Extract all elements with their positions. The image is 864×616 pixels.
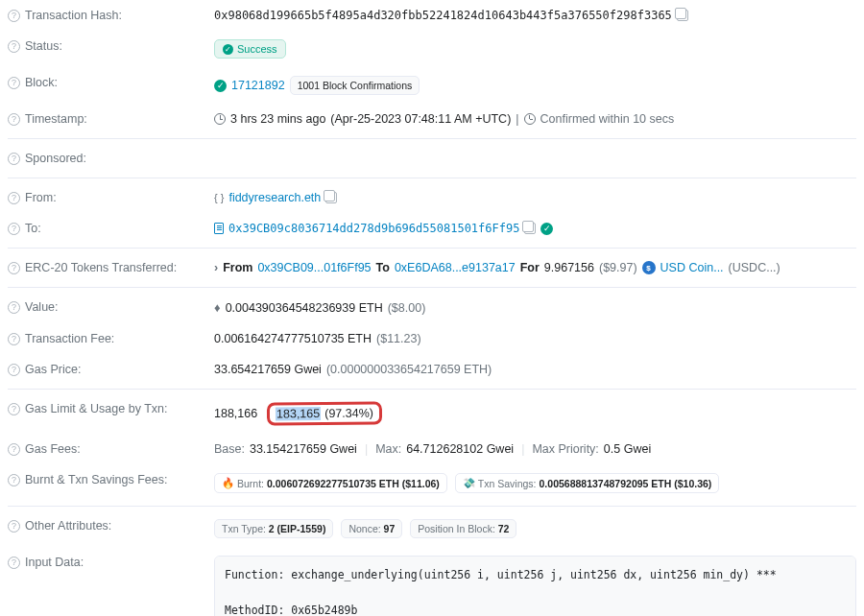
nonce-badge: Nonce: 97 [341, 519, 402, 538]
help-icon[interactable] [8, 153, 20, 165]
gaslimit-value: 188,166 [214, 407, 257, 420]
label-from: From: [25, 191, 57, 204]
label-to: To: [25, 222, 41, 235]
label-value: Value: [25, 300, 59, 314]
gasprice-eth: (0.000000033654217659 ETH) [326, 363, 492, 376]
from-link[interactable]: fiddyresearch.eth [228, 191, 321, 204]
label-otherattr: Other Attributes: [25, 519, 111, 533]
row-gasprice: Gas Price: 33.654217659 Gwei (0.00000003… [8, 354, 856, 385]
row-timestamp: Timestamp: 3 hrs 23 mins ago (Apr-25-202… [8, 104, 856, 134]
contract-icon [214, 223, 224, 234]
copy-icon[interactable] [325, 192, 337, 203]
label-txfee: Transaction Fee: [25, 332, 114, 345]
clock-icon [214, 113, 226, 125]
timestamp-full: (Apr-25-2023 07:48:11 AM +UTC) [330, 112, 511, 126]
confirmations-badge: 1001 Block Confirmations [290, 76, 420, 95]
gasprice-gwei: 33.654217659 Gwei [214, 363, 322, 376]
gasfees-base: 33.154217659 Gwei [250, 442, 357, 456]
timestamp-confirmed: Confirmed within 10 secs [540, 112, 675, 126]
value-eth: 0.004390364548236939 ETH [226, 301, 383, 315]
fire-icon: 🔥 [222, 477, 234, 489]
help-icon[interactable] [8, 77, 20, 89]
brace-icon [214, 192, 224, 203]
inputdata-textarea[interactable]: Function: exchange_underlying(uint256 i,… [214, 556, 856, 616]
usdc-icon [642, 261, 656, 274]
gasfees-base-label: Base: [214, 442, 245, 456]
label-sponsored: Sponsored: [25, 152, 86, 165]
row-erc20: ERC-20 Tokens Transferred: From 0x39CB09… [8, 252, 856, 283]
help-icon[interactable] [8, 301, 20, 314]
help-icon[interactable] [8, 364, 20, 376]
help-icon[interactable] [8, 10, 20, 22]
status-badge: Success [214, 39, 286, 59]
value-usd: ($8.00) [388, 301, 426, 315]
label-inputdata: Input Data: [25, 556, 84, 569]
clock-icon [524, 113, 536, 125]
label-gasprice: Gas Price: [25, 363, 81, 376]
help-icon[interactable] [8, 40, 20, 53]
gasused-value: 183,165 [276, 407, 321, 420]
erc20-word-for: For [520, 261, 540, 274]
txfee-eth: 0.006164274777510735 ETH [214, 332, 372, 345]
help-icon[interactable] [8, 262, 20, 274]
help-icon[interactable] [8, 557, 20, 569]
burnt-label: Burnt: [237, 478, 264, 489]
label-erc20: ERC-20 Tokens Transferred: [25, 261, 177, 274]
highlight-annotation: 183,165 (97.34%) [267, 401, 382, 425]
row-gasfees: Gas Fees: Base: 33.154217659 Gwei | Max:… [8, 434, 856, 464]
copy-icon[interactable] [677, 10, 688, 21]
erc20-usd: ($9.97) [599, 261, 637, 274]
block-link[interactable]: 17121892 [231, 79, 285, 92]
erc20-token-link[interactable]: USD Coin... [660, 261, 724, 274]
row-otherattr: Other Attributes: Txn Type: 2 (EIP-1559)… [8, 510, 856, 547]
row-txfee: Transaction Fee: 0.006164274777510735 ET… [8, 323, 856, 354]
row-to: To: 0x39CB09c8036714dd278d9b696d55081501… [8, 213, 856, 244]
help-icon[interactable] [8, 223, 20, 235]
label-burnt: Burnt & Txn Savings Fees: [25, 473, 167, 486]
erc20-sym: (USDC...) [729, 261, 780, 274]
copy-icon[interactable] [524, 223, 536, 234]
gasfees-max: 64.712628102 Gwei [406, 442, 514, 456]
row-block: Block: 17121892 1001 Block Confirmations [8, 67, 856, 104]
help-icon[interactable] [8, 113, 20, 126]
label-block: Block: [25, 76, 58, 89]
help-icon[interactable] [8, 192, 20, 204]
help-icon[interactable] [8, 403, 20, 415]
erc20-word-from: From [223, 261, 252, 274]
erc20-from-link[interactable]: 0x39CB09...01f6Ff95 [257, 261, 371, 274]
savings-value: 0.005688813748792095 ETH ($10.36) [540, 478, 712, 489]
help-icon[interactable] [8, 443, 20, 456]
row-value: Value: 0.004390364548236939 ETH ($8.00) [8, 292, 856, 323]
label-status: Status: [25, 39, 62, 53]
arrow-icon [214, 261, 218, 274]
timestamp-ago: 3 hrs 23 mins ago [230, 112, 325, 126]
help-icon[interactable] [8, 333, 20, 345]
burnt-fee-box: 🔥 Burnt: 0.006072692277510735 ETH ($11.0… [214, 473, 447, 493]
savings-icon: 💸 [463, 477, 475, 489]
row-status: Status: Success [8, 31, 856, 67]
row-gaslimit: Gas Limit & Usage by Txn: 188,166 183,16… [8, 393, 856, 434]
savings-label: Txn Savings: [478, 478, 537, 489]
txfee-usd: ($11.23) [376, 332, 421, 345]
eth-icon [214, 300, 221, 315]
gasfees-maxp-label: Max Priority: [532, 442, 598, 456]
check-circle-icon [214, 80, 227, 92]
label-gasfees: Gas Fees: [25, 442, 81, 456]
help-icon[interactable] [8, 520, 20, 533]
erc20-word-to: To [376, 261, 390, 274]
gasfees-maxp: 0.5 Gwei [604, 442, 651, 456]
erc20-amount: 9.967156 [544, 261, 594, 274]
row-sponsored: Sponsored: [8, 143, 856, 174]
txhash-value: 0x98068d199665b5f4895a4d320fbb52241824d1… [214, 9, 672, 22]
to-link[interactable]: 0x39CB09c8036714dd278d9b696d55081501f6Ff… [228, 222, 519, 235]
erc20-to-link[interactable]: 0xE6DA68...e9137a17 [395, 261, 516, 274]
txtype-badge: Txn Type: 2 (EIP-1559) [214, 519, 333, 538]
label-gaslimit: Gas Limit & Usage by Txn: [25, 402, 167, 415]
savings-fee-box: 💸 Txn Savings: 0.005688813748792095 ETH … [455, 473, 720, 493]
position-badge: Position In Block: 72 [410, 519, 516, 538]
row-txhash: Transaction Hash: 0x98068d199665b5f4895a… [8, 0, 856, 31]
row-from: From: fiddyresearch.eth [8, 182, 856, 213]
row-inputdata: Input Data: Function: exchange_underlyin… [8, 547, 856, 616]
help-icon[interactable] [8, 474, 20, 486]
check-circle-icon [540, 223, 553, 235]
